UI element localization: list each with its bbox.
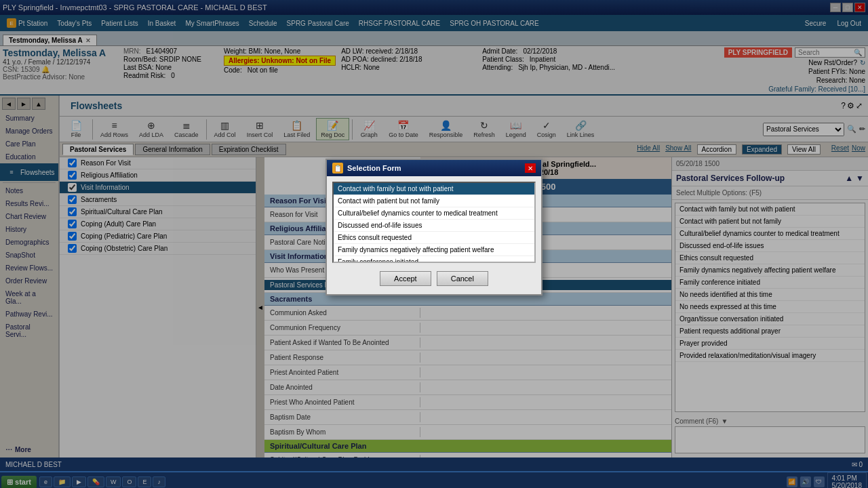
modal-list: Contact with family but not with patient… bbox=[332, 182, 536, 263]
modal-accept-button[interactable]: Accept bbox=[380, 271, 431, 286]
modal-item-4[interactable]: Ethics consult requested bbox=[334, 232, 534, 244]
modal-item-5[interactable]: Family dynamics negatively affecting pat… bbox=[334, 244, 534, 256]
modal-overlay: 📋 Selection Form ✕ Contact with family b… bbox=[0, 0, 868, 488]
modal-close-button[interactable]: ✕ bbox=[525, 163, 536, 173]
modal-title-bar: 📋 Selection Form ✕ bbox=[327, 160, 541, 176]
modal-content: Contact with family but not with patient… bbox=[327, 176, 541, 294]
modal-title: Selection Form bbox=[347, 164, 401, 172]
modal-item-1[interactable]: Contact with patient but not family bbox=[334, 195, 534, 207]
modal-item-3[interactable]: Discussed end-of-life issues bbox=[334, 220, 534, 232]
selection-modal: 📋 Selection Form ✕ Contact with family b… bbox=[326, 159, 542, 296]
modal-item-6[interactable]: Family conference initiated bbox=[334, 256, 534, 263]
modal-cancel-button[interactable]: Cancel bbox=[437, 271, 488, 286]
modal-item-0[interactable]: Contact with family but not with patient bbox=[334, 183, 534, 195]
modal-buttons: Accept Cancel bbox=[332, 268, 536, 289]
modal-icon: 📋 bbox=[332, 163, 343, 174]
modal-item-2[interactable]: Cultural/belief dynamics counter to medi… bbox=[334, 207, 534, 220]
